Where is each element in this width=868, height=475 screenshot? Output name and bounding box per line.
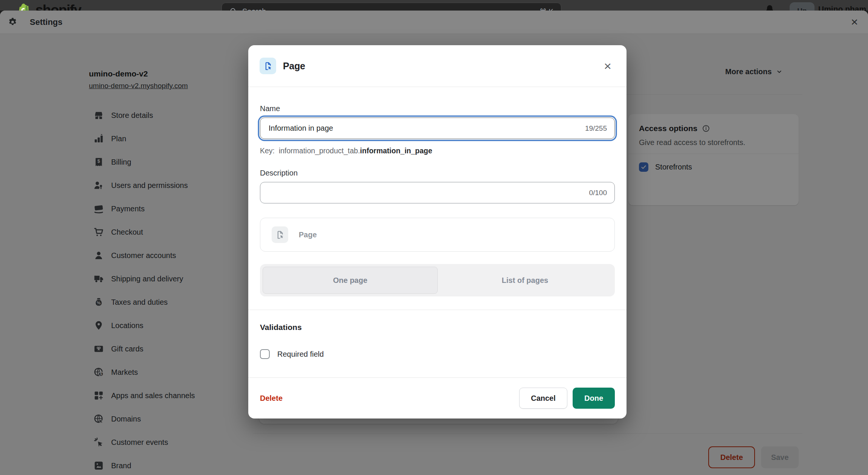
key-prefix: Key: [260,147,275,155]
modal-footer: Delete Cancel Done [248,377,627,418]
modal-body: Name Information in page 19/255 Key: inf… [248,87,627,359]
page-type-segmented-control: One page List of pages [260,264,615,296]
page-cursor-icon [263,61,273,71]
key-line: Key: information_product_tab.information… [260,147,615,155]
modal-close-icon[interactable]: × [600,59,615,73]
required-field-checkbox[interactable] [260,349,270,359]
key-namespace: information_product_tab. [279,147,360,155]
modal-section-divider [248,310,627,310]
content-type-label: Page [299,231,317,239]
cancel-button[interactable]: Cancel [519,388,567,409]
name-input[interactable]: Information in page 19/255 [260,118,615,139]
app-root: shopify Search ⌘ K Un Umino pham Setting… [0,0,868,475]
page-type-icon-tile [260,58,276,74]
key-value: information_in_page [360,147,432,155]
description-char-counter: 0/100 [589,189,607,197]
page-type-modal: Page × Name Information in page 19/255 K… [248,45,627,418]
content-type-preview: Page [260,218,615,252]
page-type-icon-tile-gray [272,226,288,243]
modal-header: Page × [248,45,627,87]
name-input-value: Information in page [269,124,585,133]
modal-delete-link[interactable]: Delete [260,394,283,403]
cancel-label: Cancel [531,394,556,403]
description-field-label: Description [260,169,615,177]
done-label: Done [584,394,603,403]
segment-list-of-pages[interactable]: List of pages [438,267,612,294]
segment-one-page[interactable]: One page [263,267,438,294]
page-cursor-icon [275,230,285,240]
name-char-counter: 19/255 [585,124,607,133]
validations-title: Validations [260,323,615,332]
description-input[interactable]: 0/100 [260,182,615,203]
name-field-label: Name [260,104,615,113]
modal-title: Page [283,61,600,72]
required-field-label: Required field [277,350,324,359]
done-button[interactable]: Done [573,388,615,409]
